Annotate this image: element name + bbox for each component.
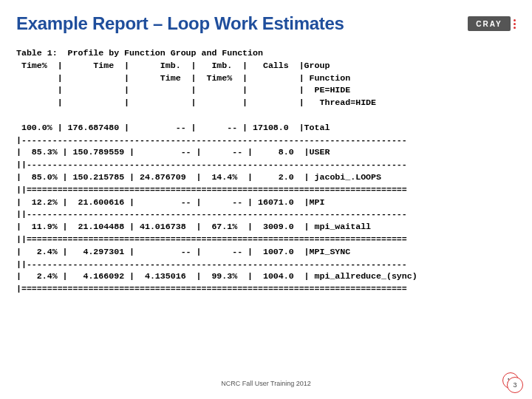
page-title: Example Report – Loop Work Estimates (16, 13, 344, 34)
brand-logo-text: CRAY (468, 16, 511, 31)
report-body: Table 1: Profile by Function Group and F… (16, 47, 516, 296)
page-number-badge: 14 3 (502, 372, 522, 392)
brand-logo: CRAY (468, 16, 516, 31)
footer-text: NCRC Fall User Training 2012 (0, 380, 532, 387)
title-row: Example Report – Loop Work Estimates CRA… (16, 13, 516, 34)
brand-logo-dots (514, 19, 516, 29)
slide: Example Report – Loop Work Estimates CRA… (0, 0, 532, 399)
page-number-b: 3 (507, 377, 523, 393)
